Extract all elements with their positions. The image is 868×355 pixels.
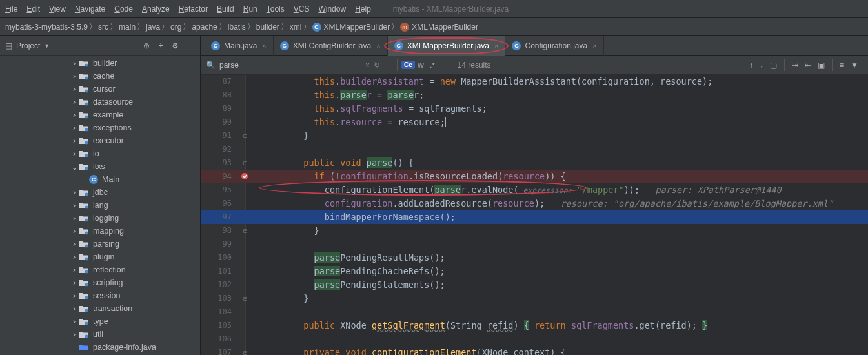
menu-vcs[interactable]: VCS	[294, 5, 310, 14]
expand-icon[interactable]: ›	[70, 278, 79, 287]
code-text[interactable]: this.builderAssistant = new MapperBuilde…	[251, 75, 712, 88]
remove-selection-icon[interactable]: ⇤	[805, 61, 811, 70]
tree-item-cache[interactable]: ›cache	[0, 70, 200, 83]
fold-icon[interactable]: ⊟	[239, 129, 251, 143]
tab-xmlmapperbuilder-java[interactable]: CXMLMapperBuilder.java×	[388, 36, 506, 56]
prev-match-icon[interactable]: ↑	[749, 61, 753, 70]
expand-icon[interactable]: ›	[70, 72, 79, 81]
code-text[interactable]: parsePendingResultMaps();	[251, 251, 445, 265]
code-line[interactable]: 93⊟ public void parse() {	[201, 156, 868, 170]
tree-item-executor[interactable]: ›executor	[0, 134, 200, 147]
breadcrumb-item[interactable]: mXMLMapperBuilder	[399, 23, 479, 32]
expand-icon[interactable]: ›	[70, 188, 79, 197]
code-line[interactable]: 105 public XNode getSqlFragment(String r…	[201, 319, 868, 332]
code-line[interactable]: 97 bindMapperForNamespace();	[201, 210, 868, 224]
expand-icon[interactable]: ›	[70, 136, 79, 145]
code-line[interactable]: 90 this.resource = resource;	[201, 116, 868, 129]
tree-item-scripting[interactable]: ›scripting	[0, 276, 200, 289]
tree-item-type[interactable]: ›type	[0, 315, 200, 328]
code-line[interactable]: 102 parsePendingStatements();	[201, 278, 868, 292]
code-editor[interactable]: 87 this.builderAssistant = new MapperBui…	[201, 75, 868, 355]
close-tab-icon[interactable]: ×	[376, 42, 380, 50]
breadcrumb-item[interactable]: apache	[190, 23, 218, 32]
code-text[interactable]: this.parser = parser;	[251, 88, 424, 102]
code-line[interactable]: 92	[201, 143, 868, 156]
tree-item-logging[interactable]: ›logging	[0, 212, 200, 225]
close-tab-icon[interactable]: ×	[592, 42, 596, 50]
tree-item-plugin[interactable]: ›plugin	[0, 250, 200, 263]
code-text[interactable]	[251, 238, 293, 251]
breadcrumb-item[interactable]: mybatis-3-mybatis-3.5.9	[4, 23, 89, 32]
code-line[interactable]: 88 this.parser = parser;	[201, 88, 868, 102]
expand-icon[interactable]: ›	[70, 97, 79, 107]
expand-icon[interactable]: ›	[70, 304, 79, 313]
project-tree[interactable]: ›builder›cache›cursor›datasource›example…	[0, 56, 200, 355]
menu-window[interactable]: Window	[318, 5, 346, 14]
menu-view[interactable]: View	[49, 5, 66, 14]
code-line[interactable]: 100 parsePendingResultMaps();	[201, 251, 868, 265]
breadcrumb-item[interactable]: xml	[288, 23, 303, 32]
expand-icon[interactable]: ›	[70, 330, 79, 339]
tree-item-jdbc[interactable]: ›jdbc	[0, 186, 200, 199]
tab-main-java[interactable]: CMain.java×	[205, 36, 274, 56]
menu-run[interactable]: Run	[243, 5, 257, 14]
code-line[interactable]: 95 configurationElement(parser.evalNode(…	[201, 183, 868, 197]
expand-icon[interactable]: ›	[70, 214, 79, 223]
expand-icon[interactable]: ›	[70, 252, 79, 261]
filter-icon[interactable]: ≡	[840, 61, 844, 70]
tree-item-mapping[interactable]: ›mapping	[0, 225, 200, 238]
tab-xmlconfigbuilder-java[interactable]: CXMLConfigBuilder.java×	[274, 36, 388, 56]
code-line[interactable]: 99	[201, 238, 868, 251]
code-text[interactable]: configuration.addLoadedResource(resource…	[251, 197, 833, 210]
tree-item-example[interactable]: ›example	[0, 108, 200, 121]
expand-icon[interactable]: ›	[70, 123, 79, 132]
breadcrumb-item[interactable]: java	[145, 23, 161, 32]
close-tab-icon[interactable]: ×	[262, 42, 266, 50]
tree-item-main[interactable]: CMain	[0, 173, 200, 186]
regex-toggle[interactable]: .*	[430, 61, 434, 69]
code-text[interactable]: if (!configuration.isResourceLoaded(reso…	[251, 170, 566, 183]
code-text[interactable]: public XNode getSqlFragment(String refid…	[251, 319, 707, 332]
menu-code[interactable]: Code	[114, 5, 133, 14]
code-line[interactable]: 89 this.sqlFragments = sqlFragments;	[201, 102, 868, 116]
breakpoint-icon[interactable]	[241, 172, 248, 180]
code-line[interactable]: 94⊟ if (!configuration.isResourceLoaded(…	[201, 170, 868, 183]
code-text[interactable]: }	[251, 292, 308, 305]
fold-icon[interactable]: ⊟	[239, 346, 251, 355]
tree-item-session[interactable]: ›session	[0, 289, 200, 302]
code-line[interactable]: 104	[201, 305, 868, 319]
expand-icon[interactable]: ›	[70, 149, 79, 158]
expand-all-icon[interactable]: ÷	[159, 41, 163, 50]
code-text[interactable]: }	[251, 129, 308, 143]
search-input[interactable]	[219, 61, 361, 70]
select-opened-file-icon[interactable]: ⊕	[143, 41, 150, 50]
code-text[interactable]	[251, 332, 293, 346]
menu-file[interactable]: File	[5, 5, 17, 14]
next-match-icon[interactable]: ↓	[760, 61, 763, 70]
expand-icon[interactable]: ›	[70, 265, 79, 274]
menu-navigate[interactable]: Navigate	[75, 5, 105, 14]
close-tab-icon[interactable]: ×	[494, 42, 498, 50]
breadcrumb-item[interactable]: CXMLMapperBuilder	[311, 23, 392, 32]
tree-item-exceptions[interactable]: ›exceptions	[0, 121, 200, 134]
menu-help[interactable]: Help	[355, 5, 371, 14]
code-line[interactable]: 103⊟ }	[201, 292, 868, 305]
tree-item-builder[interactable]: ›builder	[0, 57, 200, 70]
code-text[interactable]: this.resource = resource;	[251, 116, 446, 129]
menu-tools[interactable]: Tools	[267, 5, 285, 14]
add-selection-icon[interactable]: ⇥	[792, 61, 798, 70]
fold-icon[interactable]: ⊟	[239, 156, 251, 170]
code-text[interactable]	[251, 305, 293, 319]
tree-item-reflection[interactable]: ›reflection	[0, 263, 200, 276]
gear-icon[interactable]: ⚙	[172, 41, 179, 50]
tree-item-itxs[interactable]: ⌄itxs	[0, 160, 200, 173]
match-case-toggle[interactable]: Cc	[401, 61, 415, 69]
dropdown-icon[interactable]: ▼	[44, 43, 50, 49]
code-text[interactable]: }	[251, 224, 319, 238]
code-text[interactable]: parsePendingChacheRefs();	[251, 265, 445, 278]
menu-build[interactable]: Build	[217, 5, 234, 14]
search-history-icon[interactable]: ↻	[374, 61, 380, 70]
tab-configuration-java[interactable]: CConfiguration.java×	[505, 36, 603, 56]
code-line[interactable]: 101 parsePendingChacheRefs();	[201, 265, 868, 278]
tree-item-cursor[interactable]: ›cursor	[0, 83, 200, 96]
